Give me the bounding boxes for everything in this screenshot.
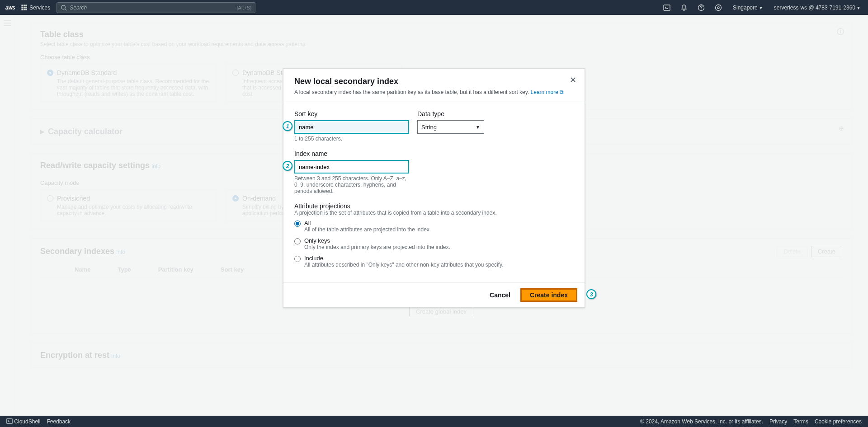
footer: CloudShell Feedback © 2024, Amazon Web S… (0, 416, 868, 427)
svg-rect-5 (26, 7, 27, 8)
radio-selected-icon (294, 221, 301, 227)
radio-desc: Only the index and primary keys are proj… (304, 244, 450, 250)
terminal-icon (6, 418, 13, 424)
aws-logo[interactable]: aws (5, 5, 15, 11)
svg-rect-3 (22, 7, 23, 8)
close-icon[interactable]: ✕ (570, 75, 576, 85)
projection-all[interactable]: All All of the table attributes are proj… (294, 220, 574, 233)
global-search[interactable]: [Alt+S] (57, 2, 255, 13)
svg-rect-2 (26, 5, 27, 6)
svg-line-10 (65, 9, 67, 10)
sort-key-input[interactable] (294, 120, 409, 134)
svg-rect-21 (7, 419, 12, 424)
modal-title: New local secondary index (294, 77, 574, 86)
help-icon[interactable] (696, 2, 707, 13)
copyright: © 2024, Amazon Web Services, Inc. or its… (640, 418, 763, 425)
radio-icon (294, 238, 301, 244)
new-lsi-modal: ✕ New local secondary index A local seco… (283, 68, 585, 308)
account-selector[interactable]: serverless-ws @ 4783-7191-2360 ▾ (771, 5, 863, 11)
data-type-value: String (421, 124, 437, 131)
grid-icon (21, 5, 28, 11)
radio-label: Include (304, 255, 504, 262)
svg-rect-1 (24, 5, 25, 6)
step-marker-1: 1 (283, 121, 292, 131)
index-name-hint: Between 3 and 255 characters. Only A–Z, … (294, 175, 407, 194)
top-nav: aws Services [Alt+S] Singapore ▾ serverl… (0, 0, 868, 15)
learn-more-link[interactable]: Learn more ⧉ (531, 89, 564, 95)
sort-key-label: Sort key (294, 110, 409, 117)
projection-include[interactable]: Include All attributes described in "Onl… (294, 255, 574, 268)
radio-desc: All attributes described in "Only keys" … (304, 262, 504, 268)
radio-label: Only keys (304, 237, 450, 244)
caret-down-icon: ▾ (760, 5, 762, 11)
svg-rect-6 (22, 9, 23, 10)
radio-icon (294, 256, 301, 262)
services-menu[interactable]: Services (21, 5, 50, 11)
services-label: Services (29, 5, 50, 11)
cancel-button[interactable]: Cancel (484, 289, 516, 301)
svg-rect-4 (24, 7, 25, 8)
modal-overlay: ✕ New local secondary index A local seco… (0, 15, 868, 416)
settings-icon[interactable] (713, 2, 724, 13)
svg-rect-7 (24, 9, 25, 10)
svg-rect-8 (26, 9, 27, 10)
attr-proj-desc: A projection is the set of attributes th… (294, 210, 574, 216)
modal-description: A local secondary index has the same par… (294, 89, 574, 95)
external-link-icon: ⧉ (560, 89, 564, 95)
step-marker-2: 2 (283, 161, 292, 171)
feedback-link[interactable]: Feedback (47, 418, 71, 425)
svg-point-14 (717, 7, 719, 9)
account-label: serverless-ws @ 4783-7191-2360 (774, 5, 855, 11)
svg-rect-11 (664, 5, 670, 10)
search-shortcut: [Alt+S] (236, 5, 251, 10)
caret-down-icon: ▼ (476, 125, 480, 130)
search-icon (61, 5, 67, 11)
data-type-label: Data type (417, 110, 484, 117)
search-input[interactable] (70, 5, 205, 11)
create-index-button[interactable]: Create index (520, 288, 577, 302)
svg-point-13 (716, 5, 722, 10)
region-selector[interactable]: Singapore ▾ (730, 5, 765, 11)
cloudshell-link[interactable]: CloudShell (6, 418, 40, 425)
sort-key-hint: 1 to 255 characters. (294, 136, 407, 142)
index-name-input[interactable] (294, 160, 409, 174)
privacy-link[interactable]: Privacy (769, 418, 787, 425)
notifications-icon[interactable] (679, 2, 689, 13)
svg-rect-0 (22, 5, 23, 6)
region-label: Singapore (733, 5, 758, 11)
radio-desc: All of the table attributes are projecte… (304, 226, 431, 233)
terms-link[interactable]: Terms (793, 418, 808, 425)
svg-point-9 (61, 5, 66, 9)
cloudshell-icon[interactable] (661, 2, 672, 13)
attr-proj-title: Attribute projections (294, 202, 574, 210)
data-type-select[interactable]: String ▼ (417, 120, 484, 134)
step-marker-3: 3 (586, 289, 596, 299)
caret-down-icon: ▾ (857, 5, 860, 11)
index-name-label: Index name (294, 150, 409, 157)
projection-keys-only[interactable]: Only keys Only the index and primary key… (294, 237, 574, 250)
radio-label: All (304, 220, 431, 226)
cookies-link[interactable]: Cookie preferences (815, 418, 862, 425)
